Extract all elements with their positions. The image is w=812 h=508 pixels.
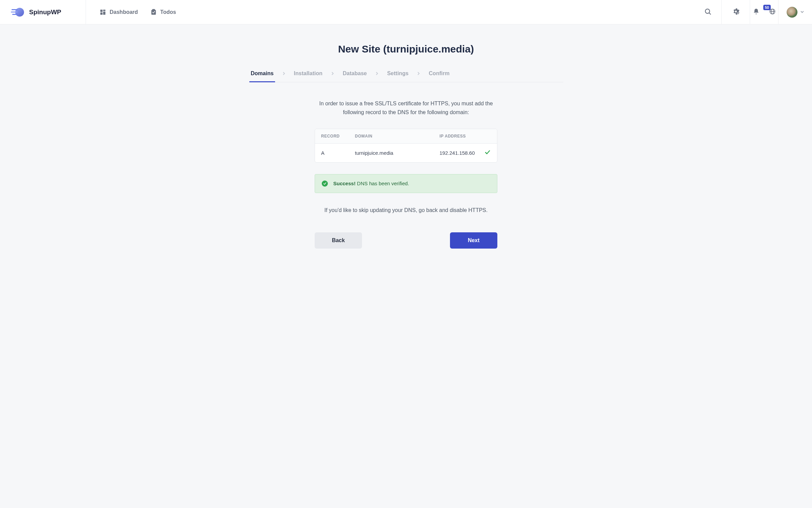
nav-dashboard-label: Dashboard bbox=[110, 9, 138, 15]
main-content: New Site (turnipjuice.media) Domains Ins… bbox=[249, 24, 563, 249]
notifications-badge: 50 bbox=[763, 5, 771, 10]
nav-todos-label: Todos bbox=[160, 9, 176, 15]
topbar-actions: 50 bbox=[694, 0, 812, 24]
settings-button[interactable] bbox=[721, 0, 750, 24]
topbar: SpinupWP Dashboard Todos bbox=[0, 0, 812, 24]
stepper: Domains Installation Database Settings C… bbox=[249, 70, 563, 82]
svg-rect-4 bbox=[100, 9, 103, 12]
step-confirm[interactable]: Confirm bbox=[428, 70, 450, 82]
svg-rect-9 bbox=[152, 9, 155, 10]
back-button[interactable]: Back bbox=[315, 232, 362, 249]
nav-dashboard[interactable]: Dashboard bbox=[99, 9, 138, 16]
notifications-button[interactable]: 50 bbox=[750, 0, 778, 24]
page-title: New Site (turnipjuice.media) bbox=[249, 43, 563, 55]
logo[interactable]: SpinupWP bbox=[0, 0, 86, 24]
svg-rect-3 bbox=[12, 14, 18, 15]
user-menu[interactable] bbox=[778, 0, 812, 24]
svg-rect-2 bbox=[11, 12, 18, 13]
svg-rect-5 bbox=[103, 9, 106, 11]
alert-rest: DNS has been verified. bbox=[356, 181, 409, 186]
col-ip: IP ADDRESS bbox=[439, 134, 474, 139]
chevron-right-icon bbox=[416, 71, 421, 82]
success-check-icon bbox=[322, 181, 328, 187]
todos-icon bbox=[150, 9, 157, 16]
check-icon bbox=[485, 150, 490, 156]
step-settings[interactable]: Settings bbox=[386, 70, 409, 82]
step-domains[interactable]: Domains bbox=[250, 70, 274, 82]
cell-status bbox=[475, 150, 492, 156]
search-icon bbox=[704, 8, 712, 16]
svg-rect-6 bbox=[103, 12, 106, 15]
col-record: RECORD bbox=[321, 134, 355, 139]
bell-icon bbox=[753, 8, 760, 16]
primary-nav: Dashboard Todos bbox=[86, 0, 694, 24]
col-domain: DOMAIN bbox=[355, 134, 439, 139]
skip-https-text: If you'd like to skip updating your DNS,… bbox=[249, 207, 563, 213]
alert-strong: Success! bbox=[333, 181, 356, 186]
alert-success: Success! DNS has been verified. bbox=[315, 174, 497, 193]
brand-name: SpinupWP bbox=[29, 8, 61, 16]
dns-intro-text: In order to issue a free SSL/TLS certifi… bbox=[311, 99, 501, 117]
alert-text: Success! DNS has been verified. bbox=[333, 181, 409, 186]
svg-rect-1 bbox=[12, 9, 18, 10]
search-button[interactable] bbox=[694, 0, 721, 24]
svg-line-11 bbox=[709, 13, 710, 14]
chevron-down-icon bbox=[800, 9, 804, 15]
dns-table: RECORD DOMAIN IP ADDRESS A turnipjuice.m… bbox=[315, 129, 497, 163]
avatar bbox=[787, 7, 797, 18]
nav-todos[interactable]: Todos bbox=[150, 9, 176, 16]
next-button[interactable]: Next bbox=[450, 232, 497, 249]
svg-point-14 bbox=[738, 13, 738, 14]
chevron-right-icon bbox=[331, 71, 335, 82]
cell-domain: turnipjuice.media bbox=[355, 150, 439, 156]
cell-record: A bbox=[321, 150, 355, 156]
wizard-buttons: Back Next bbox=[315, 232, 497, 249]
dashboard-icon bbox=[99, 9, 106, 16]
cell-ip: 192.241.158.60 bbox=[439, 150, 475, 156]
chevron-right-icon bbox=[375, 71, 379, 82]
svg-rect-7 bbox=[100, 12, 103, 15]
chevron-right-icon bbox=[282, 71, 286, 82]
logo-mark-icon bbox=[11, 7, 26, 17]
step-database[interactable]: Database bbox=[342, 70, 367, 82]
gear-icon bbox=[732, 8, 740, 16]
dns-table-header: RECORD DOMAIN IP ADDRESS bbox=[315, 129, 497, 144]
step-installation[interactable]: Installation bbox=[293, 70, 323, 82]
step-content: In order to issue a free SSL/TLS certifi… bbox=[249, 82, 563, 249]
svg-point-12 bbox=[735, 10, 737, 13]
dns-table-row: A turnipjuice.media 192.241.158.60 bbox=[315, 144, 497, 162]
